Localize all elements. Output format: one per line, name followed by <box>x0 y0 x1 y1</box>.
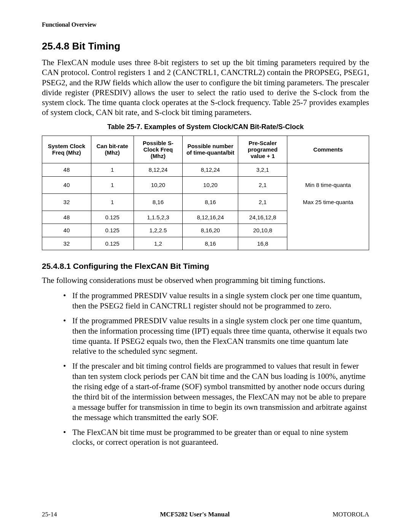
intro-paragraph: The FlexCAN module uses three 8-bit regi… <box>42 58 369 118</box>
th-quanta: Possible number of time-quanta/bit <box>183 136 238 163</box>
cell: 1,2,2.5 <box>134 224 183 237</box>
cell: 48 <box>42 163 91 176</box>
cell: 10,20 <box>183 176 238 193</box>
footer: 25-14 MCF5282 User's Manual MOTOROLA <box>42 511 369 518</box>
cell: 0.125 <box>91 237 134 250</box>
cell: 8,16 <box>183 237 238 250</box>
table-header-row: System Clock Freq (Mhz) Can bit-rate (Mh… <box>42 136 369 163</box>
cell: 1 <box>91 176 134 193</box>
page: Functional Overview 25.4.8 Bit Timing Th… <box>0 0 411 532</box>
footer-brand: MOTOROLA <box>333 511 369 518</box>
list-item: If the prescaler and bit timing control … <box>63 361 369 422</box>
running-head: Functional Overview <box>42 21 369 28</box>
cell: 32 <box>42 193 91 211</box>
bullet-list: If the programmed PRESDIV value results … <box>42 291 369 447</box>
cell: 2,1 <box>238 176 287 193</box>
list-item: If the programmed PRESDIV value results … <box>63 291 369 311</box>
cell-comments <box>287 163 369 176</box>
cell: 0.125 <box>91 211 134 224</box>
table-row: 40 1 10,20 10,20 2,1 Min 8 time-quanta <box>42 176 369 193</box>
table-caption: Table 25-7. Examples of System Clock/CAN… <box>42 123 369 131</box>
cell-comments <box>287 211 369 224</box>
cell: 1,1.5,2,3 <box>134 211 183 224</box>
cell: 2,1 <box>238 193 287 211</box>
cell: 24,16,12,8 <box>238 211 287 224</box>
cell-comments: Min 8 time-quanta <box>287 176 369 193</box>
cell-comments: Max 25 time-quanta <box>287 193 369 211</box>
table-row: 32 0.125 1,2 8,16 16,8 <box>42 237 369 250</box>
th-comments: Comments <box>287 136 369 163</box>
table-row: 32 1 8,16 8,16 2,1 Max 25 time-quanta <box>42 193 369 211</box>
cell: 8,16 <box>183 193 238 211</box>
cell: 8,16 <box>134 193 183 211</box>
th-system-clock: System Clock Freq (Mhz) <box>42 136 91 163</box>
cell: 8,12,16,24 <box>183 211 238 224</box>
cell: 8,12,24 <box>183 163 238 176</box>
list-item: If the programmed PRESDIV value results … <box>63 316 369 357</box>
cell-comments <box>287 224 369 237</box>
cell: 48 <box>42 211 91 224</box>
table-row: 48 0.125 1,1.5,2,3 8,12,16,24 24,16,12,8 <box>42 211 369 224</box>
cell: 8,12,24 <box>134 163 183 176</box>
table-row: 40 0.125 1,2,2.5 8,16,20 20,10,8 <box>42 224 369 237</box>
cell-comments <box>287 237 369 250</box>
th-prescaler: Pre-Scaler programed value + 1 <box>238 136 287 163</box>
subsection-heading: 25.4.8.1 Configuring the FlexCAN Bit Tim… <box>42 262 369 271</box>
section-heading: 25.4.8 Bit Timing <box>42 40 369 52</box>
cell: 16,8 <box>238 237 287 250</box>
cell: 3,2,1 <box>238 163 287 176</box>
cell: 40 <box>42 176 91 193</box>
footer-page-number: 25-14 <box>42 511 57 518</box>
cell: 32 <box>42 237 91 250</box>
cell: 1,2 <box>134 237 183 250</box>
cell: 0.125 <box>91 224 134 237</box>
comment-max: Max 25 time-quanta <box>290 199 366 205</box>
th-bit-rate: Can bit-rate (Mhz) <box>91 136 134 163</box>
cell: 1 <box>91 163 134 176</box>
cell: 10,20 <box>134 176 183 193</box>
footer-doc-title: MCF5282 User's Manual <box>160 511 229 518</box>
subsection-intro: The following considerations must be obs… <box>42 275 369 285</box>
cell: 20,10,8 <box>238 224 287 237</box>
comment-min: Min 8 time-quanta <box>290 182 366 188</box>
cell: 40 <box>42 224 91 237</box>
list-item: The FlexCAN bit time must be programmed … <box>63 427 369 448</box>
bit-timing-table: System Clock Freq (Mhz) Can bit-rate (Mh… <box>42 136 369 250</box>
cell: 8,16,20 <box>183 224 238 237</box>
th-sclock: Possible S-Clock Freq (Mhz) <box>134 136 183 163</box>
table-row: 48 1 8,12,24 8,12,24 3,2,1 <box>42 163 369 176</box>
cell: 1 <box>91 193 134 211</box>
